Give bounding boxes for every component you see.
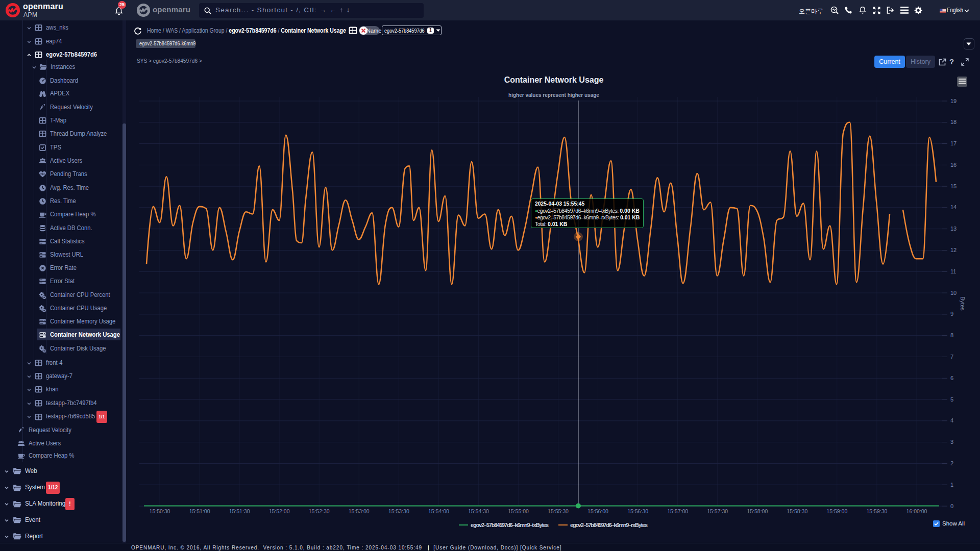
svg-text:15:54:00: 15:54:00 [428,508,449,514]
svg-text:17: 17 [950,140,957,146]
svg-text:15:55:00: 15:55:00 [508,508,529,514]
svg-text:15:59:00: 15:59:00 [826,508,847,514]
svg-text:16: 16 [950,162,957,168]
svg-text:0: 0 [950,503,953,509]
svg-text:egov2–57b84597d6–k6mn9–rxBytes: egov2–57b84597d6–k6mn9–rxBytes [570,522,648,528]
svg-text:15:51:30: 15:51:30 [229,508,250,514]
svg-text:14: 14 [950,204,957,210]
svg-text:15:51:00: 15:51:00 [189,508,210,514]
svg-text:15:58:00: 15:58:00 [747,508,768,514]
svg-text:15:57:30: 15:57:30 [707,508,728,514]
svg-text:15:56:00: 15:56:00 [587,508,608,514]
svg-text:13: 13 [950,226,957,232]
svg-text:3: 3 [950,439,953,445]
svg-text:18: 18 [950,119,957,125]
svg-text:19: 19 [950,98,957,104]
svg-text:15:54:30: 15:54:30 [468,508,489,514]
svg-text:15:59:30: 15:59:30 [866,508,887,514]
svg-text:16:00:00: 16:00:00 [906,508,927,514]
svg-text:5: 5 [950,396,953,403]
svg-text:7: 7 [950,354,953,360]
svg-text:11: 11 [950,268,956,274]
svg-text:15:52:00: 15:52:00 [269,508,290,514]
svg-text:15:58:30: 15:58:30 [787,508,807,514]
svg-text:15:56:30: 15:56:30 [627,508,648,514]
svg-text:15:53:30: 15:53:30 [388,508,409,514]
svg-text:15:57:00: 15:57:00 [667,508,688,514]
svg-text:1: 1 [950,482,953,488]
svg-text:6: 6 [950,375,953,381]
svg-text:egov2–57b84597d6–k6mn9–txBytes: egov2–57b84597d6–k6mn9–txBytes [471,522,549,528]
svg-text:15:50:30: 15:50:30 [150,508,170,514]
svg-text:15:52:30: 15:52:30 [309,508,330,514]
svg-text:12: 12 [950,247,957,253]
svg-text:15:53:00: 15:53:00 [349,508,370,514]
svg-text:15:55:30: 15:55:30 [548,508,569,514]
svg-text:2: 2 [950,460,953,466]
svg-text:8: 8 [950,332,953,338]
svg-text:9: 9 [950,311,953,317]
svg-text:10: 10 [950,290,957,296]
svg-text:Bytes: Bytes [960,296,966,311]
svg-text:15: 15 [950,183,957,189]
svg-text:4: 4 [950,417,953,423]
